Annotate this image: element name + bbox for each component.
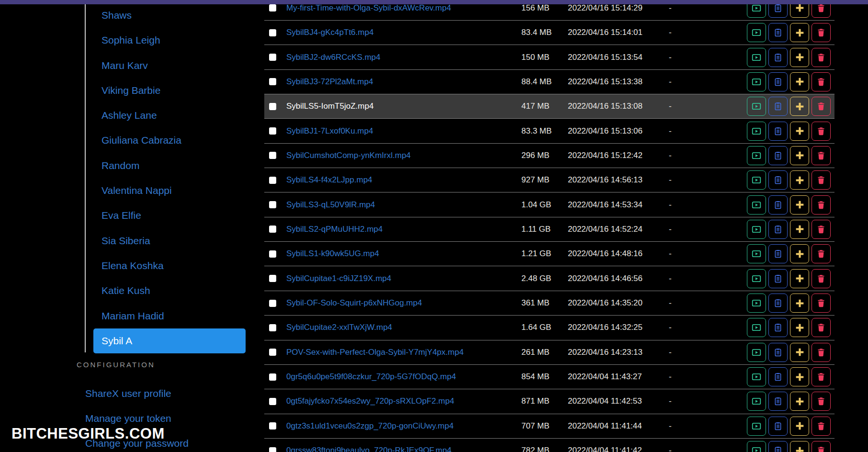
add-button[interactable] [790, 417, 809, 436]
row-checkbox[interactable] [269, 29, 276, 36]
add-button[interactable] [790, 48, 809, 67]
preview-button[interactable] [747, 122, 766, 141]
row-checkbox[interactable] [269, 275, 276, 282]
row-checkbox[interactable] [269, 152, 276, 159]
copy-button[interactable] [768, 294, 788, 313]
file-link[interactable]: SybilLS3-qL50V9lR.mp4 [286, 200, 375, 210]
file-link[interactable]: SybilBJ1-7Lxof0Ku.mp4 [286, 126, 373, 136]
delete-button[interactable] [812, 367, 831, 386]
add-button[interactable] [790, 441, 809, 452]
file-link[interactable]: 0gt5fajyfcko7x54es2wy_720p-sRXLOpF2.mp4 [286, 396, 454, 406]
preview-button[interactable] [747, 220, 766, 239]
file-link[interactable]: SybilLS2-qPMuUHH2.mp4 [286, 225, 383, 234]
file-link[interactable]: SybilBJ3-72Pl2aMt.mp4 [286, 77, 373, 87]
sidebar-item-viking-barbie[interactable]: Viking Barbie [85, 78, 246, 103]
add-button[interactable] [790, 170, 809, 190]
delete-button[interactable] [812, 146, 831, 165]
row-checkbox[interactable] [269, 349, 276, 356]
preview-button[interactable] [747, 195, 766, 215]
copy-button[interactable] [768, 392, 788, 411]
copy-button[interactable] [768, 244, 788, 263]
preview-button[interactable] [747, 392, 766, 411]
copy-button[interactable] [768, 220, 788, 239]
delete-button[interactable] [812, 220, 831, 239]
row-checkbox[interactable] [269, 324, 276, 331]
add-button[interactable] [790, 269, 809, 288]
sidebar-item-shaws[interactable]: Shaws [85, 3, 246, 28]
preview-button[interactable] [747, 170, 766, 190]
add-button[interactable] [790, 392, 809, 411]
file-link[interactable]: SybilLS1-k90wk5UG.mp4 [286, 249, 379, 259]
file-link[interactable]: SybilBJ2-dw6RCcKS.mp4 [286, 53, 381, 62]
add-button[interactable] [790, 122, 809, 141]
preview-button[interactable] [747, 441, 766, 452]
add-button[interactable] [790, 72, 809, 91]
file-link[interactable]: SybilCupitae2-xxlTwXjW.mp4 [286, 323, 392, 332]
preview-button[interactable] [747, 343, 766, 362]
delete-button[interactable] [812, 417, 831, 436]
row-checkbox[interactable] [269, 201, 276, 208]
file-link[interactable]: 0gtz3s1uld1vceu0s2zgp_720p-gonCiUwy.mp4 [286, 421, 453, 431]
delete-button[interactable] [812, 122, 831, 141]
file-link[interactable]: POV-Sex-with-Perfect-Olga-Sybil-Y7mjY4px… [286, 348, 463, 357]
file-link[interactable]: SybilLS4-f4x2LJpp.mp4 [286, 175, 372, 185]
add-button[interactable] [790, 195, 809, 215]
delete-button[interactable] [812, 48, 831, 67]
row-checkbox[interactable] [269, 127, 276, 135]
row-checkbox[interactable] [269, 300, 276, 307]
preview-button[interactable] [747, 294, 766, 313]
add-button[interactable] [790, 343, 809, 362]
delete-button[interactable] [812, 269, 831, 288]
sidebar-item-ashley-lane[interactable]: Ashley Lane [85, 103, 246, 128]
delete-button[interactable] [812, 72, 831, 91]
preview-button[interactable] [747, 244, 766, 263]
delete-button[interactable] [812, 244, 831, 263]
copy-button[interactable] [768, 23, 788, 42]
delete-button[interactable] [812, 97, 831, 116]
delete-button[interactable] [812, 170, 831, 190]
delete-button[interactable] [812, 392, 831, 411]
sidebar-item-random[interactable]: Random [85, 153, 246, 178]
row-checkbox[interactable] [269, 78, 276, 85]
row-checkbox[interactable] [269, 250, 276, 258]
copy-button[interactable] [768, 441, 788, 452]
sidebar-item-mariam-hadid[interactable]: Mariam Hadid [85, 304, 246, 328]
copy-button[interactable] [768, 97, 788, 116]
delete-button[interactable] [812, 343, 831, 362]
copy-button[interactable] [768, 195, 788, 215]
add-button[interactable] [790, 220, 809, 239]
delete-button[interactable] [812, 195, 831, 215]
sidebar-item-katie-kush[interactable]: Katie Kush [85, 278, 246, 303]
sidebar-item-sybil-a[interactable]: Sybil A [85, 328, 246, 353]
delete-button[interactable] [812, 441, 831, 452]
sidebar-item-sia-siberia[interactable]: Sia Siberia [85, 228, 246, 253]
preview-button[interactable] [747, 23, 766, 42]
add-button[interactable] [790, 318, 809, 337]
row-checkbox[interactable] [269, 54, 276, 61]
preview-button[interactable] [747, 72, 766, 91]
preview-button[interactable] [747, 48, 766, 67]
row-checkbox[interactable] [269, 103, 276, 110]
preview-button[interactable] [747, 417, 766, 436]
delete-button[interactable] [812, 318, 831, 337]
preview-button[interactable] [747, 367, 766, 386]
row-checkbox[interactable] [269, 447, 276, 452]
row-checkbox[interactable] [269, 422, 276, 429]
sidebar-item-sophia-leigh[interactable]: Sophia Leigh [85, 28, 246, 53]
file-link[interactable]: 0gr5q6u0pe5t9f08czkur_720p-5G7fODqQ.mp4 [286, 372, 456, 382]
sidebar-item-maru-karv[interactable]: Maru Karv [85, 53, 246, 78]
copy-button[interactable] [768, 72, 788, 91]
delete-button[interactable] [812, 294, 831, 313]
copy-button[interactable] [768, 318, 788, 337]
add-button[interactable] [790, 244, 809, 263]
file-link[interactable]: 0grssw83ftoni9beaulvo_720p-RkJEx9QF.mp4 [286, 446, 451, 452]
file-link[interactable]: My-first-Time-with-Olga-Sybil-dxAWcRev.m… [286, 3, 451, 13]
row-checkbox[interactable] [269, 226, 276, 233]
preview-button[interactable] [747, 146, 766, 165]
sidebar-item-eva-elfie[interactable]: Eva Elfie [85, 203, 246, 228]
add-button[interactable] [790, 367, 809, 386]
copy-button[interactable] [768, 146, 788, 165]
copy-button[interactable] [768, 48, 788, 67]
add-button[interactable] [790, 97, 809, 116]
preview-button[interactable] [747, 269, 766, 288]
